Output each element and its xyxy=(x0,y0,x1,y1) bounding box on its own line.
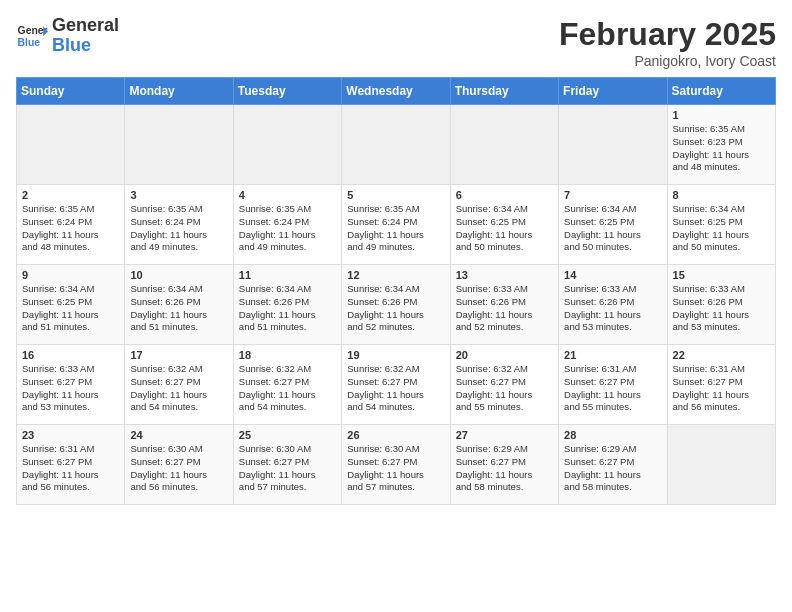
weekday-header-friday: Friday xyxy=(559,78,667,105)
calendar-day-cell: 1Sunrise: 6:35 AM Sunset: 6:23 PM Daylig… xyxy=(667,105,775,185)
calendar-day-cell: 7Sunrise: 6:34 AM Sunset: 6:25 PM Daylig… xyxy=(559,185,667,265)
day-info: Sunrise: 6:33 AM Sunset: 6:26 PM Dayligh… xyxy=(564,283,661,334)
calendar-day-cell: 15Sunrise: 6:33 AM Sunset: 6:26 PM Dayli… xyxy=(667,265,775,345)
day-number: 28 xyxy=(564,429,661,441)
calendar-day-cell: 10Sunrise: 6:34 AM Sunset: 6:26 PM Dayli… xyxy=(125,265,233,345)
day-info: Sunrise: 6:29 AM Sunset: 6:27 PM Dayligh… xyxy=(564,443,661,494)
calendar-day-cell: 19Sunrise: 6:32 AM Sunset: 6:27 PM Dayli… xyxy=(342,345,450,425)
day-number: 24 xyxy=(130,429,227,441)
day-number: 19 xyxy=(347,349,444,361)
calendar-day-cell xyxy=(450,105,558,185)
calendar-day-cell: 21Sunrise: 6:31 AM Sunset: 6:27 PM Dayli… xyxy=(559,345,667,425)
day-number: 9 xyxy=(22,269,119,281)
day-number: 1 xyxy=(673,109,770,121)
calendar-day-cell: 6Sunrise: 6:34 AM Sunset: 6:25 PM Daylig… xyxy=(450,185,558,265)
day-number: 10 xyxy=(130,269,227,281)
month-title: February 2025 xyxy=(559,16,776,53)
day-info: Sunrise: 6:32 AM Sunset: 6:27 PM Dayligh… xyxy=(347,363,444,414)
logo-text: General Blue xyxy=(52,16,119,56)
weekday-header-wednesday: Wednesday xyxy=(342,78,450,105)
calendar-day-cell: 5Sunrise: 6:35 AM Sunset: 6:24 PM Daylig… xyxy=(342,185,450,265)
weekday-header-sunday: Sunday xyxy=(17,78,125,105)
calendar-day-cell xyxy=(667,425,775,505)
calendar-day-cell: 22Sunrise: 6:31 AM Sunset: 6:27 PM Dayli… xyxy=(667,345,775,425)
day-number: 11 xyxy=(239,269,336,281)
day-number: 15 xyxy=(673,269,770,281)
day-number: 22 xyxy=(673,349,770,361)
location-subtitle: Panigokro, Ivory Coast xyxy=(559,53,776,69)
day-info: Sunrise: 6:29 AM Sunset: 6:27 PM Dayligh… xyxy=(456,443,553,494)
day-info: Sunrise: 6:34 AM Sunset: 6:25 PM Dayligh… xyxy=(673,203,770,254)
day-info: Sunrise: 6:33 AM Sunset: 6:26 PM Dayligh… xyxy=(456,283,553,334)
weekday-header-tuesday: Tuesday xyxy=(233,78,341,105)
day-number: 25 xyxy=(239,429,336,441)
calendar-week-4: 16Sunrise: 6:33 AM Sunset: 6:27 PM Dayli… xyxy=(17,345,776,425)
calendar-day-cell: 4Sunrise: 6:35 AM Sunset: 6:24 PM Daylig… xyxy=(233,185,341,265)
day-info: Sunrise: 6:34 AM Sunset: 6:26 PM Dayligh… xyxy=(130,283,227,334)
calendar-day-cell: 17Sunrise: 6:32 AM Sunset: 6:27 PM Dayli… xyxy=(125,345,233,425)
calendar-day-cell: 20Sunrise: 6:32 AM Sunset: 6:27 PM Dayli… xyxy=(450,345,558,425)
calendar-day-cell: 3Sunrise: 6:35 AM Sunset: 6:24 PM Daylig… xyxy=(125,185,233,265)
calendar-day-cell xyxy=(233,105,341,185)
calendar-day-cell: 28Sunrise: 6:29 AM Sunset: 6:27 PM Dayli… xyxy=(559,425,667,505)
day-number: 16 xyxy=(22,349,119,361)
calendar-day-cell: 2Sunrise: 6:35 AM Sunset: 6:24 PM Daylig… xyxy=(17,185,125,265)
calendar-day-cell: 27Sunrise: 6:29 AM Sunset: 6:27 PM Dayli… xyxy=(450,425,558,505)
day-info: Sunrise: 6:35 AM Sunset: 6:24 PM Dayligh… xyxy=(130,203,227,254)
logo-general-text: General xyxy=(52,16,119,36)
day-info: Sunrise: 6:33 AM Sunset: 6:27 PM Dayligh… xyxy=(22,363,119,414)
weekday-header-saturday: Saturday xyxy=(667,78,775,105)
day-number: 3 xyxy=(130,189,227,201)
day-info: Sunrise: 6:34 AM Sunset: 6:26 PM Dayligh… xyxy=(347,283,444,334)
day-info: Sunrise: 6:34 AM Sunset: 6:25 PM Dayligh… xyxy=(564,203,661,254)
calendar-week-3: 9Sunrise: 6:34 AM Sunset: 6:25 PM Daylig… xyxy=(17,265,776,345)
calendar-day-cell: 25Sunrise: 6:30 AM Sunset: 6:27 PM Dayli… xyxy=(233,425,341,505)
day-number: 2 xyxy=(22,189,119,201)
day-number: 13 xyxy=(456,269,553,281)
calendar-day-cell: 24Sunrise: 6:30 AM Sunset: 6:27 PM Dayli… xyxy=(125,425,233,505)
calendar-day-cell: 13Sunrise: 6:33 AM Sunset: 6:26 PM Dayli… xyxy=(450,265,558,345)
weekday-header-monday: Monday xyxy=(125,78,233,105)
day-info: Sunrise: 6:34 AM Sunset: 6:25 PM Dayligh… xyxy=(22,283,119,334)
title-block: February 2025 Panigokro, Ivory Coast xyxy=(559,16,776,69)
day-info: Sunrise: 6:30 AM Sunset: 6:27 PM Dayligh… xyxy=(347,443,444,494)
calendar-day-cell: 18Sunrise: 6:32 AM Sunset: 6:27 PM Dayli… xyxy=(233,345,341,425)
day-info: Sunrise: 6:30 AM Sunset: 6:27 PM Dayligh… xyxy=(239,443,336,494)
day-number: 18 xyxy=(239,349,336,361)
calendar-week-2: 2Sunrise: 6:35 AM Sunset: 6:24 PM Daylig… xyxy=(17,185,776,265)
calendar-body: 1Sunrise: 6:35 AM Sunset: 6:23 PM Daylig… xyxy=(17,105,776,505)
day-number: 5 xyxy=(347,189,444,201)
day-number: 17 xyxy=(130,349,227,361)
logo: General Blue General Blue xyxy=(16,16,119,56)
day-info: Sunrise: 6:35 AM Sunset: 6:24 PM Dayligh… xyxy=(347,203,444,254)
calendar-day-cell: 16Sunrise: 6:33 AM Sunset: 6:27 PM Dayli… xyxy=(17,345,125,425)
day-number: 27 xyxy=(456,429,553,441)
calendar-day-cell: 11Sunrise: 6:34 AM Sunset: 6:26 PM Dayli… xyxy=(233,265,341,345)
day-info: Sunrise: 6:35 AM Sunset: 6:24 PM Dayligh… xyxy=(22,203,119,254)
day-number: 23 xyxy=(22,429,119,441)
day-number: 8 xyxy=(673,189,770,201)
calendar-day-cell xyxy=(125,105,233,185)
calendar-day-cell: 23Sunrise: 6:31 AM Sunset: 6:27 PM Dayli… xyxy=(17,425,125,505)
day-info: Sunrise: 6:31 AM Sunset: 6:27 PM Dayligh… xyxy=(564,363,661,414)
day-info: Sunrise: 6:32 AM Sunset: 6:27 PM Dayligh… xyxy=(239,363,336,414)
calendar-day-cell: 26Sunrise: 6:30 AM Sunset: 6:27 PM Dayli… xyxy=(342,425,450,505)
calendar-day-cell: 14Sunrise: 6:33 AM Sunset: 6:26 PM Dayli… xyxy=(559,265,667,345)
calendar-day-cell xyxy=(342,105,450,185)
day-number: 4 xyxy=(239,189,336,201)
day-info: Sunrise: 6:32 AM Sunset: 6:27 PM Dayligh… xyxy=(130,363,227,414)
day-number: 12 xyxy=(347,269,444,281)
svg-text:Blue: Blue xyxy=(18,36,41,47)
calendar-day-cell: 12Sunrise: 6:34 AM Sunset: 6:26 PM Dayli… xyxy=(342,265,450,345)
day-number: 26 xyxy=(347,429,444,441)
day-number: 7 xyxy=(564,189,661,201)
day-info: Sunrise: 6:30 AM Sunset: 6:27 PM Dayligh… xyxy=(130,443,227,494)
calendar-week-5: 23Sunrise: 6:31 AM Sunset: 6:27 PM Dayli… xyxy=(17,425,776,505)
page-header: General Blue General Blue February 2025 … xyxy=(16,16,776,69)
day-number: 20 xyxy=(456,349,553,361)
day-info: Sunrise: 6:31 AM Sunset: 6:27 PM Dayligh… xyxy=(673,363,770,414)
day-number: 21 xyxy=(564,349,661,361)
calendar-day-cell: 8Sunrise: 6:34 AM Sunset: 6:25 PM Daylig… xyxy=(667,185,775,265)
calendar-week-1: 1Sunrise: 6:35 AM Sunset: 6:23 PM Daylig… xyxy=(17,105,776,185)
calendar-day-cell xyxy=(17,105,125,185)
